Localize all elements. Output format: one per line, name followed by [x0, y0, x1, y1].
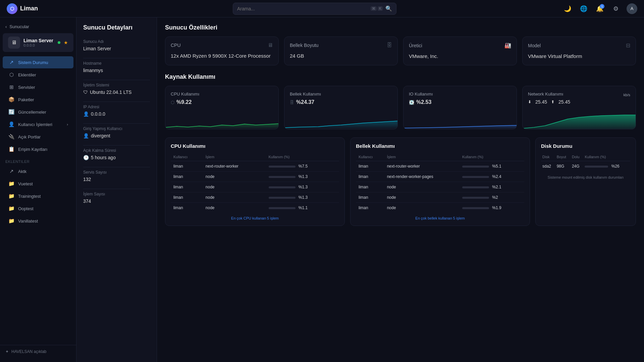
manufacturer-icon: 🏭 — [504, 42, 511, 49]
detail-sunucu-adi: Sunucu Adı Liman Server — [83, 39, 150, 51]
aktk-icon: ↗ — [8, 168, 15, 174]
sidebar-item-ooptest[interactable]: 📁 Ooptest — [3, 202, 73, 215]
resource-card-io: IO Kullanımı 💽 %2.53 — [403, 86, 517, 129]
table-row: liman node %2.1 — [356, 182, 524, 192]
disk-note: Sisteme mount edilmiş disk kullanım duru… — [541, 175, 630, 179]
disk-cell-disk: sda2 — [541, 161, 555, 172]
search-bar[interactable]: ⌘K 🔍 — [233, 3, 396, 15]
spec-model-value: VMware Virtual Platform — [528, 53, 630, 60]
memory-usage-icon: 🗄 — [290, 100, 294, 105]
dashboard-main: Sunucu Özellikleri CPU 🖥 12x AMD Ryzen 9… — [157, 17, 644, 362]
sidebar-item-label: Paketler — [18, 97, 34, 102]
bellek-table: Kullanıcı İşlem Kullanım (%) liman next-… — [356, 153, 524, 213]
resource-bellek-title: Bellek Kullanımı — [290, 92, 321, 97]
bellek-col-islem: İşlem — [384, 153, 460, 161]
bellek-cell-islem: next-render-worker-pages — [384, 172, 460, 182]
notifications-button[interactable]: 🔔 1 — [594, 3, 605, 14]
spec-model-title: Model — [528, 43, 541, 48]
resource-io-value: %2.53 — [416, 99, 431, 105]
avatar[interactable]: A — [627, 3, 637, 14]
io-usage-icon: 💽 — [409, 100, 414, 105]
back-icon: ‹ — [5, 24, 7, 29]
io-chart — [404, 112, 517, 129]
sidebar-item-kullanici-islemleri[interactable]: 👤 Kullanıcı İşlemleri › — [3, 118, 73, 130]
cpu-table-footer: En çok CPU kullanan 5 işlem — [171, 216, 339, 220]
sidebar-item-sistem-durumu[interactable]: ↗ Sistem Durumu — [3, 56, 73, 68]
disk-cell-kullanim: %26 — [583, 161, 630, 172]
trainingtest-icon: 📁 — [8, 193, 15, 199]
cpu-cell-islem: node — [203, 182, 266, 192]
spec-card-model: Model ⊟ VMware Virtual Platform — [522, 37, 636, 65]
sidebar-nav: ↗ Sistem Durumu ⬡ Eklentiler ⊞ Servisler… — [0, 56, 76, 345]
sidebar-item-paketler[interactable]: 📦 Paketler — [3, 94, 73, 106]
search-input[interactable] — [237, 6, 368, 11]
disk-cell-dolu: 24G — [571, 161, 583, 172]
sidebar-item-label: Eklentiler — [18, 72, 36, 77]
spec-uretici-title: Üretici — [409, 43, 422, 48]
sidebar-item-vuetest[interactable]: 📁 Vuetest — [3, 178, 73, 190]
logo[interactable]: ⬡ Liman — [7, 3, 67, 14]
table-row: liman node %1.3 — [171, 172, 339, 182]
cpu-col-kullanici: Kullanıcı — [171, 153, 203, 161]
sidebar-server-card[interactable]: 🖥 Liman Server 0.0.0.0 ★ — [3, 33, 73, 52]
bellek-cell-islem: next-router-worker — [384, 161, 460, 172]
sidebar-item-aktk[interactable]: ↗ Aktk — [3, 165, 73, 177]
back-label: Sunucular — [9, 24, 29, 29]
cpu-cell-kullanim: %1.3 — [266, 172, 339, 182]
disk-title: Disk Durumu — [541, 143, 630, 149]
isletim-sistemi-value: 🛡 Ubuntu 22.04.1 LTS — [83, 89, 150, 95]
detail-hostname: Hostname limanmys — [83, 61, 150, 73]
bellek-cell-kullanim: %2.4 — [460, 172, 524, 182]
sidebar-item-acik-portlar[interactable]: 🔌 Açık Portlar — [3, 131, 73, 143]
sidebar-item-label: Sistem Durumu — [18, 60, 48, 65]
resource-io-title: IO Kullanımı — [409, 92, 433, 97]
disk-card: Disk Durumu Disk Boyut Dolu Kullanım (%)… — [535, 137, 636, 226]
table-row: liman node %2 — [356, 192, 524, 203]
ip-adresi-label: IP Adresi — [83, 105, 150, 109]
search-shortcut: ⌘K — [371, 6, 383, 11]
sidebar-item-label: Erişim Kayıtları — [18, 147, 47, 152]
spec-uretici-value: VMware, Inc. — [409, 53, 511, 60]
sidebar-back-button[interactable]: ‹ Sunucular — [0, 21, 76, 32]
vanillatest-icon: 📁 — [8, 218, 15, 224]
sidebar-item-erisim-kayitlari[interactable]: 📋 Erişim Kayıtları — [3, 143, 73, 155]
servis-sayisi-label: Servis Sayısı — [83, 170, 150, 175]
theme-toggle-button[interactable]: 🌙 — [562, 3, 573, 14]
cpu-chart — [165, 112, 278, 129]
sidebar-item-vanillatest[interactable]: 📁 Vanillatest — [3, 215, 73, 227]
cpu-cell-kullanim: %1.3 — [266, 182, 339, 192]
bellek-cell-kullanici: liman — [356, 192, 384, 203]
sidebar-item-eklentiler[interactable]: ⬡ Eklentiler — [3, 69, 73, 81]
os-icon: 🛡 — [83, 89, 88, 95]
bellek-col-kullanici: Kullanıcı — [356, 153, 384, 161]
logo-text: Liman — [20, 5, 38, 12]
acik-portlar-icon: 🔌 — [8, 134, 15, 140]
resource-bellek-value: %24.37 — [296, 99, 314, 105]
network-unit: kb/s — [624, 93, 630, 97]
sidebar-item-label: Trainingtest — [18, 194, 41, 199]
detail-giris-kullanici: Giriş Yapmış Kullanıcı 👤 divergent — [83, 126, 150, 138]
cpu-table-card: CPU Kullanımı Kullanıcı İşlem Kullanım (… — [165, 137, 345, 226]
detail-acik-kalma: Açık Kalma Süresi 🕐 5 hours ago — [83, 148, 150, 160]
giris-kullanici-value: 👤 divergent — [83, 133, 150, 138]
eklentiler-section-title: Eklentiler — [0, 156, 76, 165]
isletim-sistemi-label: İşletim Sistemi — [83, 83, 150, 87]
table-row: liman node %1.9 — [356, 203, 524, 213]
spec-card-cpu: CPU 🖥 12x AMD Ryzen 9 5900X 12-Core Proc… — [165, 37, 279, 65]
table-row: sda2 98G 24G %26 — [541, 161, 630, 172]
detail-islem-sayisi: İşlem Sayısı 374 — [83, 192, 150, 204]
language-button[interactable]: 🌐 — [578, 3, 589, 14]
cpu-cell-kullanim: %1.1 — [266, 203, 339, 213]
bellek-cell-kullanim: %2 — [460, 192, 524, 203]
user-icon: 👤 — [83, 133, 89, 138]
paketler-icon: 📦 — [8, 97, 15, 103]
sidebar-item-trainingtest[interactable]: 📁 Trainingtest — [3, 190, 73, 202]
server-details-panel: Sunucu Detayları Sunucu Adı Liman Server… — [76, 17, 157, 362]
sidebar-item-guncellemeler[interactable]: 🔄 Güncellemeler — [3, 106, 73, 118]
settings-button[interactable]: ⚙ — [610, 3, 621, 14]
resource-cpu-title: CPU Kullanımı — [171, 92, 199, 97]
disk-col-kullanim: Kullanım (%) — [583, 153, 630, 161]
sidebar-item-servisler[interactable]: ⊞ Servisler — [3, 81, 73, 93]
logo-icon: ⬡ — [7, 3, 17, 14]
erisim-kayitlari-icon: 📋 — [8, 146, 15, 152]
